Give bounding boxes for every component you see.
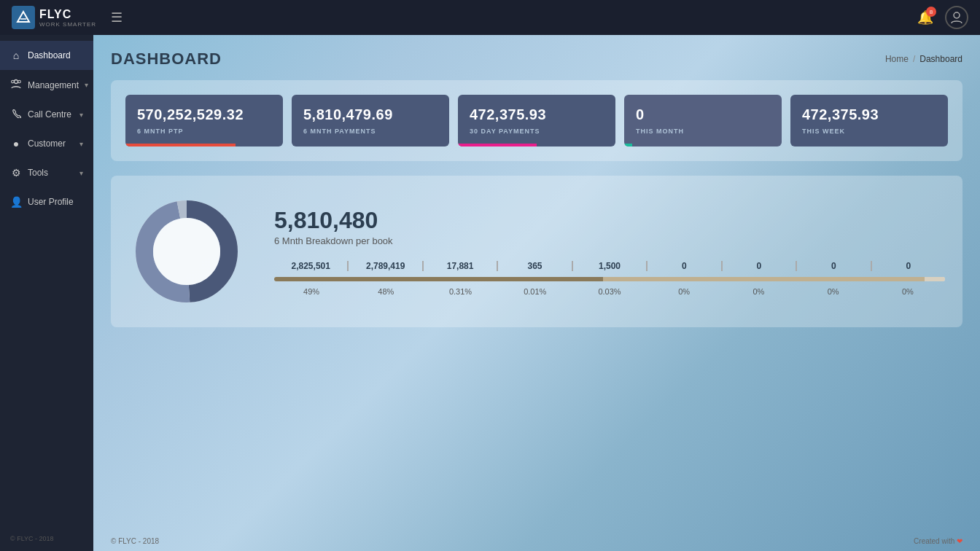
page-footer: © FLYC - 2018 Created with ❤ [93, 531, 980, 551]
svg-marker-0 [18, 12, 29, 22]
breakdown-value-5: 0 [682, 261, 687, 271]
breakdown-pct-col-4: 0.03% [572, 287, 647, 296]
chart-data: 5,810,480 6 Mnth Breakdown per book 2,82… [274, 207, 945, 296]
stat-card-this-month: 0 THIS MONTH [624, 95, 782, 146]
donut-chart [128, 193, 245, 310]
footer-heart-icon: ❤ [957, 537, 962, 545]
breadcrumb: Home / Dashboard [885, 54, 962, 64]
sidebar-label-tools: Tools [28, 168, 74, 178]
breadcrumb-current: Dashboard [919, 54, 962, 64]
sidebar-footer: © FLYC - 2018 [0, 526, 93, 551]
stat-bar-30day [458, 144, 615, 146]
breakdown-pct-col-1: 48% [349, 287, 423, 296]
breadcrumb-home-link[interactable]: Home [885, 54, 909, 64]
logo-text-block: FLYC WORK SMARTER [39, 8, 96, 28]
breakdown-value-6: 0 [757, 261, 762, 271]
stat-bar-fill-this-month [624, 144, 632, 146]
svg-point-3 [15, 80, 18, 84]
svg-point-4 [12, 80, 15, 83]
hamburger-button[interactable]: ☰ [108, 7, 125, 28]
breakdown-col-5: 0 [646, 261, 720, 271]
breakdown-pct-col-8: 0% [871, 287, 945, 296]
sidebar-label-call-centre: Call Centre [28, 109, 74, 120]
progress-seg-2 [925, 277, 945, 281]
home-icon: ⌂ [10, 50, 22, 61]
stat-card-this-week: 472,375.93 THIS WEEK [790, 95, 948, 146]
logo-name: FLYC [39, 8, 96, 21]
sidebar-item-customer[interactable]: ● Customer ▾ [0, 129, 93, 158]
breakdown-pct-1: 48% [378, 287, 394, 296]
breakdown-col-3: 365 [497, 261, 571, 271]
logo-subtext: WORK SMARTER [39, 21, 96, 28]
footer-copyright: © FLYC - 2018 [111, 537, 159, 545]
breakdown-pct-4: 0.03% [598, 287, 621, 296]
stat-value-this-month: 0 [636, 106, 770, 123]
breakdown-pct-5: 0% [678, 287, 690, 296]
phone-icon [10, 109, 22, 120]
sidebar-label-management: Management [28, 80, 79, 90]
stat-label-this-week: THIS WEEK [802, 128, 936, 135]
stat-value-30day: 472,375.93 [470, 106, 604, 123]
breakdown-values-row: 2,825,501 2,789,419 17,881 365 1,500 [274, 261, 945, 271]
breadcrumb-separator: / [913, 54, 915, 64]
sidebar-item-call-centre[interactable]: Call Centre ▾ [0, 100, 93, 129]
chart-total: 5,810,480 [274, 207, 945, 234]
breakdown-value-0: 2,825,501 [292, 261, 330, 271]
breakdown-col-4: 1,500 [572, 261, 646, 271]
sidebar-label-dashboard: Dashboard [28, 50, 83, 60]
nav-left: FLYC WORK SMARTER ☰ [12, 6, 125, 29]
breakdown-value-3: 365 [528, 261, 542, 271]
user-profile-icon: 👤 [10, 196, 22, 208]
stat-label-30day: 30 DAY PAYMENTS [470, 128, 604, 135]
breakdown-value-1: 2,789,419 [366, 261, 405, 271]
nav-right: 🔔 8 [917, 6, 968, 29]
stat-label-6mnth: 6 MNTH PAYMENTS [303, 128, 438, 135]
breakdown-col-2: 17,881 [422, 261, 497, 271]
stat-card-30day: 472,375.93 30 DAY PAYMENTS [458, 95, 615, 146]
breakdown-pct-col-6: 0% [721, 287, 796, 296]
sidebar-item-tools[interactable]: ⚙ Tools ▾ [0, 158, 93, 187]
progress-seg-0 [274, 277, 603, 281]
breakdown-pct-7: 0% [828, 287, 839, 296]
breakdown-pct-col-2: 0.31% [423, 287, 497, 296]
sidebar-copyright: © FLYC - 2018 [10, 535, 54, 542]
breakdown-pct-6: 0% [752, 287, 764, 296]
progress-bar [274, 277, 945, 281]
stat-bar-this-month [624, 144, 782, 146]
sidebar-item-dashboard[interactable]: ⌂ Dashboard [0, 41, 93, 70]
page-title: DASHBOARD [111, 50, 222, 69]
user-icon [950, 11, 963, 24]
breakdown-value-7: 0 [831, 261, 836, 271]
footer-made-with: Created with ❤ [914, 537, 962, 545]
chevron-down-icon-4: ▾ [79, 169, 83, 177]
breakdown-value-4: 1,500 [599, 261, 621, 271]
logo-svg [15, 9, 31, 26]
stat-card-6mnth-payments: 5,810,479.69 6 MNTH PAYMENTS [292, 95, 449, 146]
breakdown-pct-col-7: 0% [796, 287, 871, 296]
stat-bar-6mnth [292, 144, 449, 146]
stat-bar-ptp [125, 144, 283, 146]
breakdown-value-2: 17,881 [447, 261, 474, 271]
tools-icon: ⚙ [10, 167, 22, 179]
stat-value-ptp: 570,252,529.32 [137, 106, 271, 123]
sidebar-item-management[interactable]: Management ▾ [0, 70, 93, 100]
breakdown-pct-col-0: 49% [274, 287, 349, 296]
main-layout: ⌂ Dashboard Management ▾ Call Centre [0, 35, 980, 551]
user-avatar[interactable] [945, 6, 968, 29]
breakdown-col-6: 0 [721, 261, 796, 271]
breakdown-pct-col-5: 0% [647, 287, 721, 296]
breadcrumb-row: DASHBOARD Home / Dashboard [111, 50, 962, 69]
sidebar-item-user-profile[interactable]: 👤 User Profile [0, 187, 93, 216]
breakdown-pcts-row: 49% 48% 0.31% 0.01% 0.03% [274, 287, 945, 296]
stat-bar-this-week [790, 144, 948, 146]
customer-icon: ● [10, 138, 22, 149]
stat-value-this-week: 472,375.93 [802, 106, 936, 123]
stat-value-6mnth: 5,810,479.69 [303, 106, 438, 123]
stat-bar-fill-30day [458, 144, 537, 146]
sidebar-label-user-profile: User Profile [28, 197, 83, 207]
svg-point-5 [18, 80, 21, 83]
stat-cards-panel: 570,252,529.32 6 MNTH PTP 5,810,479.69 6… [111, 80, 962, 161]
notification-badge: 8 [926, 7, 936, 17]
notification-bell[interactable]: 🔔 8 [917, 9, 933, 26]
top-navbar: FLYC WORK SMARTER ☰ 🔔 8 [0, 0, 980, 35]
